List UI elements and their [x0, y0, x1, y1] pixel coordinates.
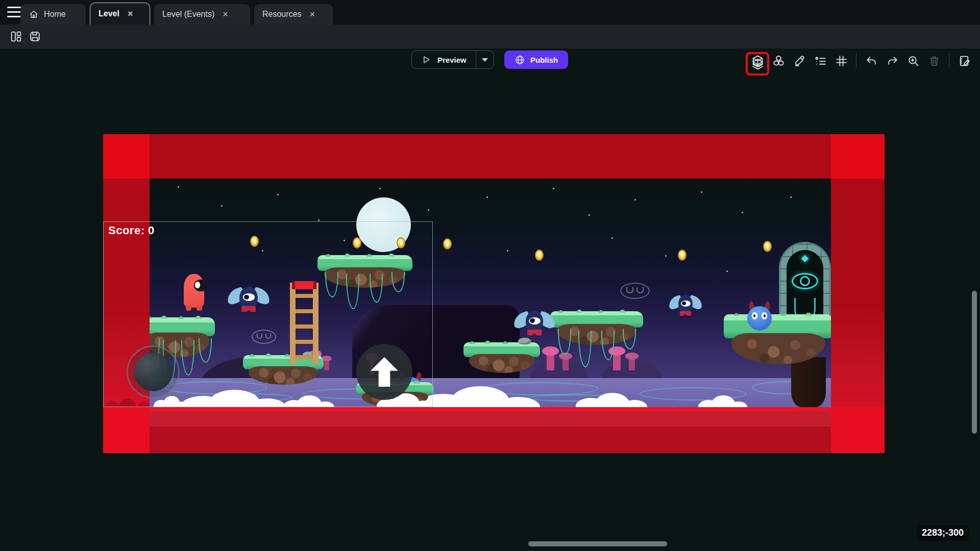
mush	[629, 357, 635, 370]
zoom-in-button[interactable]	[904, 52, 922, 69]
ghost-eyes-decor[interactable]	[620, 283, 650, 299]
star-dot	[634, 199, 636, 201]
heyeR	[762, 312, 767, 319]
undo-button[interactable]	[863, 52, 880, 69]
star-dot	[701, 191, 702, 193]
redo-icon	[886, 55, 899, 67]
coin-sprite[interactable]	[535, 249, 544, 261]
wall-bottom-sprite[interactable]	[103, 407, 885, 453]
tab-label: Resources	[262, 10, 301, 19]
score-hud-text[interactable]: Score: 0	[108, 224, 155, 237]
preview-dropdown-button[interactable]	[476, 51, 494, 68]
jump-button-sprite[interactable]	[356, 344, 412, 400]
properties-edit-icon	[958, 55, 971, 67]
puff	[729, 402, 747, 407]
star-dot	[611, 237, 613, 239]
save-button[interactable]	[26, 28, 43, 45]
close-icon[interactable]: ×	[128, 9, 133, 18]
tab-level-events[interactable]: Level (Events) ×	[154, 4, 250, 24]
vertical-scrollbar[interactable]	[972, 291, 977, 434]
rock-sprite[interactable]	[518, 338, 531, 344]
preview-button[interactable]: Preview	[412, 51, 476, 68]
main-toolbar: Preview Publish	[0, 24, 980, 48]
bat-enemy-sprite[interactable]	[670, 295, 701, 314]
coin-sprite[interactable]	[443, 238, 452, 249]
cursor-coordinates-badge: 2283;-300	[917, 525, 969, 541]
bateye	[529, 317, 541, 324]
wall-top-sprite[interactable]	[103, 134, 885, 179]
dirt	[731, 333, 825, 364]
layers-icon	[751, 58, 764, 70]
wall-corner	[831, 134, 885, 179]
edit-properties-button[interactable]	[955, 52, 973, 69]
coin-sprite[interactable]	[763, 241, 772, 252]
publish-label: Publish	[530, 56, 558, 64]
star-dot	[665, 255, 667, 257]
star-dot	[428, 209, 429, 211]
star-dot	[589, 214, 590, 216]
tree-trunk[interactable]	[791, 357, 826, 407]
save-icon	[29, 30, 41, 43]
trash-icon	[928, 55, 941, 67]
star-dot	[318, 219, 320, 221]
mush	[613, 352, 621, 370]
instances-list-icon	[814, 55, 827, 67]
home-icon	[29, 9, 39, 19]
tab-level[interactable]: Level ×	[90, 3, 150, 24]
cloud	[576, 392, 647, 407]
grid-button[interactable]	[832, 52, 850, 69]
delete-button[interactable]	[925, 52, 943, 69]
gl	[626, 287, 633, 293]
play-icon	[421, 55, 431, 65]
wall-corner	[103, 407, 150, 453]
hbody	[747, 306, 772, 331]
right-icon-strip	[749, 52, 973, 69]
coin-sprite[interactable]	[678, 249, 687, 261]
hamburger-menu-icon[interactable]	[7, 7, 21, 17]
zoom-in-icon	[907, 55, 920, 67]
object-groups-icon	[772, 55, 785, 67]
scene-editor-canvas[interactable]: Score: 0 2283;-300	[0, 48, 980, 551]
platform-sprite[interactable]	[550, 311, 643, 345]
bateye	[681, 300, 691, 307]
joystick-control-sprite[interactable]	[127, 345, 180, 398]
platform-sprite[interactable]	[463, 342, 540, 373]
tab-bar: Home Level × Level (Events) × Resources …	[0, 0, 980, 24]
tab-label: Home	[44, 10, 66, 19]
chevron-down-icon	[482, 58, 488, 62]
platform-sprite[interactable]	[724, 314, 831, 364]
horizontal-scrollbar[interactable]	[528, 541, 667, 546]
close-icon[interactable]: ×	[223, 10, 228, 19]
publish-button[interactable]: Publish	[504, 51, 568, 69]
undo-icon	[865, 55, 878, 67]
claws	[680, 311, 691, 316]
horned-enemy-sprite[interactable]	[746, 302, 773, 331]
redo-button[interactable]	[884, 52, 901, 69]
instances-list-button[interactable]	[812, 52, 829, 69]
globe-icon	[514, 55, 525, 65]
star-dot	[726, 270, 728, 272]
dirt	[469, 354, 535, 373]
star-dot	[507, 250, 508, 252]
star-dot	[277, 194, 279, 195]
claws	[527, 330, 541, 336]
gr	[636, 287, 644, 293]
level-canvas[interactable]: Score: 0	[103, 134, 885, 453]
panels-layout-button[interactable]	[7, 28, 24, 45]
edit-button[interactable]	[791, 52, 808, 69]
tab-label: Level (Events)	[162, 10, 214, 19]
heyeL	[752, 312, 757, 319]
object-groups-button[interactable]	[770, 52, 787, 69]
tab-home[interactable]: Home	[20, 4, 86, 24]
mush	[547, 352, 554, 370]
layers-button[interactable]	[749, 55, 766, 72]
mushrooms-sprite[interactable]	[542, 345, 577, 370]
up-arrow-icon	[371, 357, 398, 387]
bat-enemy-sprite[interactable]	[515, 311, 554, 334]
close-icon[interactable]: ×	[309, 10, 315, 19]
wall-corner	[103, 134, 150, 179]
vine	[578, 331, 592, 367]
preview-label: Preview	[437, 56, 467, 64]
tab-label: Level	[99, 9, 119, 18]
tab-resources[interactable]: Resources ×	[254, 4, 333, 24]
